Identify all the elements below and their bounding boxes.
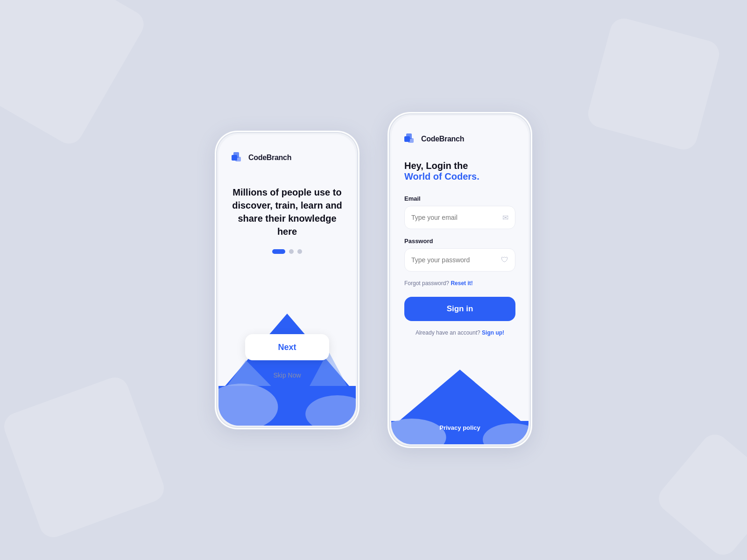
pagination-dots [272,249,302,254]
login-headline: Hey, Login the World of Coders. [404,161,515,182]
login-phone: CodeBranch Hey, Login the World of Coder… [388,112,532,448]
forgot-password-row: Forgot password? Reset it! [404,280,515,287]
svg-marker-12 [394,370,526,426]
login-logo-icon [404,133,417,146]
skip-button[interactable]: Skip Now [273,371,301,379]
password-icon: 🛡 [501,256,508,264]
onboard-content: Millions of people use to discover, trai… [218,172,356,426]
dot-2 [289,249,294,254]
svg-rect-2 [235,157,241,161]
login-mountain-illustration: Privacy policy [391,370,529,444]
bg-decoration-3 [585,15,722,153]
login-content: Hey, Login the World of Coders. Email ✉ … [391,153,529,370]
signup-link[interactable]: Sign up! [482,329,504,336]
bg-decoration-1 [0,0,149,149]
dot-1 [272,249,285,254]
logo-icon [232,151,245,164]
password-label: Password [404,238,515,245]
headline-line2: World of Coders. [404,171,515,182]
forgot-text: Forgot password? [404,280,449,287]
onboarding-phone: CodeBranch Millions of people use to dis… [215,131,359,429]
mountain-illustration: Next Skip Now [218,295,356,426]
account-row: Already have an account? Sign up! [404,329,515,336]
login-logo-area: CodeBranch [391,116,529,153]
account-text: Already have an account? [416,329,480,336]
email-icon: ✉ [502,213,508,222]
password-input-wrap: 🛡 [404,248,515,272]
login-logo-text: CodeBranch [421,135,464,143]
signin-button[interactable]: Sign in [404,297,515,321]
bg-decoration-4 [653,429,747,560]
onboard-headline: Millions of people use to discover, trai… [232,186,343,238]
password-input[interactable] [411,256,501,264]
bg-decoration-2 [0,374,168,541]
email-input[interactable] [411,214,502,221]
svg-rect-11 [408,138,414,143]
headline-line1: Hey, Login the [404,161,515,171]
dot-3 [297,249,302,254]
next-button[interactable]: Next [245,334,329,360]
reset-link[interactable]: Reset it! [451,280,472,287]
privacy-label[interactable]: Privacy policy [439,424,480,431]
email-input-wrap: ✉ [404,206,515,229]
logo-text: CodeBranch [248,154,291,162]
logo-area: CodeBranch [218,134,356,172]
email-label: Email [404,195,515,202]
